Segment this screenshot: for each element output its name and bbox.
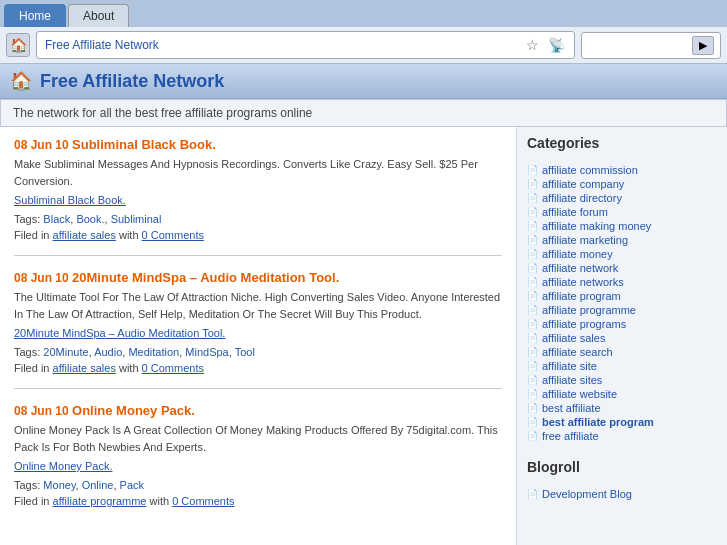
post-2-tag-20minute[interactable]: 20Minute bbox=[43, 346, 88, 358]
rss-icon[interactable]: 📡 bbox=[546, 35, 566, 55]
sidebar-category-link[interactable]: affiliate marketing bbox=[542, 234, 628, 246]
post-2-tag-tool[interactable]: Tool bbox=[235, 346, 255, 358]
url-icons: ☆ 📡 bbox=[522, 35, 566, 55]
file-icon: 📄 bbox=[527, 375, 538, 385]
post-2-title[interactable]: 20Minute MindSpa – Audio Meditation Tool… bbox=[72, 270, 339, 285]
sidebar-category-link[interactable]: best affiliate bbox=[542, 402, 601, 414]
sidebar-category-item: 📄affiliate program bbox=[527, 289, 717, 303]
post-1-tags-label: Tags: bbox=[14, 213, 43, 225]
post-2-date-text: 08 Jun 10 bbox=[14, 271, 69, 285]
sidebar-category-link[interactable]: affiliate company bbox=[542, 178, 624, 190]
sidebar-category-item: 📄free affiliate bbox=[527, 429, 717, 443]
post-2-with: with bbox=[119, 362, 142, 374]
sidebar-category-item: 📄affiliate network bbox=[527, 261, 717, 275]
file-icon: 📄 bbox=[527, 221, 538, 231]
categories-section: Categories 📄affiliate commission📄affilia… bbox=[527, 135, 717, 443]
post-2-permalink[interactable]: 20Minute MindSpa – Audio Meditation Tool… bbox=[14, 327, 225, 339]
sidebar-category-link[interactable]: affiliate making money bbox=[542, 220, 651, 232]
post-1-tag-book[interactable]: Book. bbox=[76, 213, 104, 225]
blogroll-list: 📄Development Blog bbox=[527, 487, 717, 501]
post-2-tags-label: Tags: bbox=[14, 346, 43, 358]
site-title: Free Affiliate Network bbox=[40, 71, 224, 92]
post-1-tag-black[interactable]: Black bbox=[43, 213, 70, 225]
categories-list: 📄affiliate commission📄affiliate company📄… bbox=[527, 163, 717, 443]
sidebar-category-link[interactable]: affiliate networks bbox=[542, 276, 624, 288]
post-2-comments[interactable]: 0 Comments bbox=[142, 362, 204, 374]
post-3-tag-online[interactable]: Online bbox=[82, 479, 114, 491]
post-3-category[interactable]: affiliate programme bbox=[53, 495, 147, 507]
post-1-filed-label: Filed in bbox=[14, 229, 53, 241]
file-icon: 📄 bbox=[527, 263, 538, 273]
post-2-tag-meditation[interactable]: Meditation bbox=[128, 346, 179, 358]
file-icon: 📄 bbox=[527, 291, 538, 301]
sidebar-category-link[interactable]: affiliate directory bbox=[542, 192, 622, 204]
post-1-desc: Make Subliminal Messages And Hypnosis Re… bbox=[14, 156, 502, 189]
sidebar-category-link[interactable]: affiliate programs bbox=[542, 318, 626, 330]
post-3-tag-money[interactable]: Money bbox=[43, 479, 75, 491]
post-2-category[interactable]: affiliate sales bbox=[53, 362, 116, 374]
post-1-category[interactable]: affiliate sales bbox=[53, 229, 116, 241]
sidebar-category-item: 📄affiliate commission bbox=[527, 163, 717, 177]
file-icon: 📄 bbox=[527, 305, 538, 315]
tab-home[interactable]: Home bbox=[4, 4, 66, 27]
sidebar-category-link[interactable]: free affiliate bbox=[542, 430, 599, 442]
post-3-filed: Filed in affiliate programme with 0 Comm… bbox=[14, 495, 502, 507]
site-home-icon: 🏠 bbox=[10, 70, 32, 92]
post-3-tag-pack[interactable]: Pack bbox=[120, 479, 144, 491]
sidebar-category-item: 📄affiliate sales bbox=[527, 331, 717, 345]
post-2-tag-audio[interactable]: Audio bbox=[94, 346, 122, 358]
categories-title: Categories bbox=[527, 135, 717, 155]
tab-about[interactable]: About bbox=[68, 4, 129, 27]
post-1-title[interactable]: Subliminal Black Book. bbox=[72, 137, 216, 152]
post-1-permalink[interactable]: Subliminal Black Book. bbox=[14, 194, 126, 206]
sidebar-category-link[interactable]: affiliate forum bbox=[542, 206, 608, 218]
sidebar-category-link[interactable]: affiliate money bbox=[542, 248, 613, 260]
post-2-date: 08 Jun 10 20Minute MindSpa – Audio Medit… bbox=[14, 270, 502, 285]
url-bar[interactable]: Free Affiliate Network ☆ 📡 bbox=[36, 31, 575, 59]
post-3-with: with bbox=[150, 495, 173, 507]
sidebar-category-link[interactable]: affiliate network bbox=[542, 262, 618, 274]
post-3-desc: Online Money Pack Is A Great Collection … bbox=[14, 422, 502, 455]
post-1: 08 Jun 10 Subliminal Black Book. Make Su… bbox=[14, 137, 502, 256]
sidebar-category-link[interactable]: affiliate sites bbox=[542, 374, 602, 386]
blogroll-section: Blogroll 📄Development Blog bbox=[527, 459, 717, 501]
post-2: 08 Jun 10 20Minute MindSpa – Audio Medit… bbox=[14, 270, 502, 389]
sidebar-category-link[interactable]: affiliate sales bbox=[542, 332, 605, 344]
post-3-date: 08 Jun 10 Online Money Pack. bbox=[14, 403, 502, 418]
file-icon: 📄 bbox=[527, 277, 538, 287]
file-icon: 📄 bbox=[527, 193, 538, 203]
post-1-comments[interactable]: 0 Comments bbox=[142, 229, 204, 241]
file-icon: 📄 bbox=[527, 333, 538, 343]
sidebar-category-link[interactable]: affiliate programme bbox=[542, 304, 636, 316]
sidebar-category-link[interactable]: best affiliate program bbox=[542, 416, 654, 428]
browser-bar: 🏠 Free Affiliate Network ☆ 📡 ▶ bbox=[0, 27, 727, 64]
site-tagline: The network for all the best free affili… bbox=[0, 99, 727, 127]
post-3-title[interactable]: Online Money Pack. bbox=[72, 403, 195, 418]
post-3-permalink[interactable]: Online Money Pack. bbox=[14, 460, 112, 472]
sidebar-category-link[interactable]: affiliate site bbox=[542, 360, 597, 372]
sidebar-blogroll-link[interactable]: Development Blog bbox=[542, 488, 632, 500]
post-3-comments[interactable]: 0 Comments bbox=[172, 495, 234, 507]
star-icon[interactable]: ☆ bbox=[522, 35, 542, 55]
file-icon: 📄 bbox=[527, 417, 538, 427]
search-go-button[interactable]: ▶ bbox=[692, 36, 714, 55]
post-1-date: 08 Jun 10 Subliminal Black Book. bbox=[14, 137, 502, 152]
post-3-date-text: 08 Jun 10 bbox=[14, 404, 69, 418]
main-layout: 08 Jun 10 Subliminal Black Book. Make Su… bbox=[0, 127, 727, 545]
post-1-with: with bbox=[119, 229, 142, 241]
sidebar-category-link[interactable]: affiliate website bbox=[542, 388, 617, 400]
home-button[interactable]: 🏠 bbox=[6, 33, 30, 57]
sidebar-category-item: 📄best affiliate bbox=[527, 401, 717, 415]
post-2-tag-mindspa[interactable]: MindSpa bbox=[185, 346, 228, 358]
sidebar-category-link[interactable]: affiliate search bbox=[542, 346, 613, 358]
post-2-filed: Filed in affiliate sales with 0 Comments bbox=[14, 362, 502, 374]
sidebar-category-link[interactable]: affiliate program bbox=[542, 290, 621, 302]
search-bar[interactable]: ▶ bbox=[581, 32, 721, 59]
sidebar-category-item: 📄affiliate money bbox=[527, 247, 717, 261]
post-3-link: Online Money Pack. bbox=[14, 459, 502, 473]
file-icon: 📄 bbox=[527, 165, 538, 175]
sidebar-category-item: 📄affiliate website bbox=[527, 387, 717, 401]
post-1-tag-subliminal[interactable]: Subliminal bbox=[111, 213, 162, 225]
sidebar-category-item: 📄affiliate marketing bbox=[527, 233, 717, 247]
sidebar-category-link[interactable]: affiliate commission bbox=[542, 164, 638, 176]
